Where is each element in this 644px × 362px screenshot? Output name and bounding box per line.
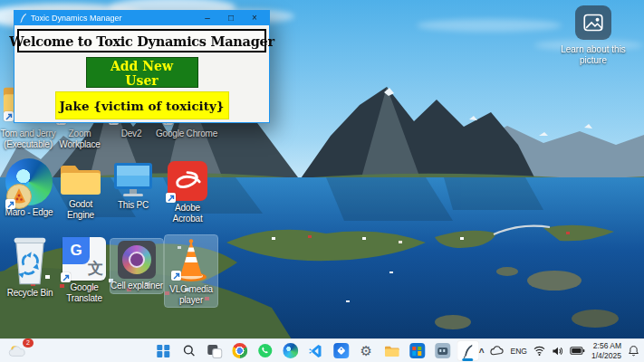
show-hidden-icons-button[interactable]: ^	[479, 348, 485, 357]
wifi-icon[interactable]	[533, 346, 545, 356]
whatsapp-icon	[257, 343, 273, 358]
onedrive-cloud-icon[interactable]	[490, 346, 504, 356]
clock[interactable]: 2:56 AM 1/4/2025	[591, 341, 621, 360]
tray-time: 2:56 AM	[591, 341, 621, 351]
whatsapp-button[interactable]	[254, 340, 276, 361]
edge-button[interactable]	[279, 340, 302, 361]
shortcut-arrow-icon	[61, 272, 71, 282]
maximize-icon[interactable]: □	[221, 11, 241, 25]
widgets-badge: 2	[23, 338, 34, 348]
desktop-item-godot-engine[interactable]: Godot Engine	[54, 161, 107, 220]
window-body: Welcome to Toxic Dynamics Manager Add Ne…	[14, 25, 269, 122]
icon-label-line2: (Executable)	[4, 139, 53, 149]
desktop-item-vlc-media-player[interactable]: VLC media player	[165, 235, 217, 307]
spotlight-learn-about-picture[interactable]: Learn about this picture	[558, 5, 629, 66]
tag-app-icon	[333, 343, 349, 358]
desktop-item-recycle-bin[interactable]: Recycle Bin	[2, 233, 58, 299]
chrome-button[interactable]	[228, 340, 251, 361]
desktop-item-google-translate[interactable]: G 文 Google Translate	[53, 237, 116, 303]
monitor-icon	[111, 160, 155, 198]
icon-label-line2: Workplace	[59, 139, 100, 149]
welcome-heading: Welcome to Toxic Dynamics Manager	[17, 29, 266, 52]
minimize-icon[interactable]: –	[197, 11, 217, 25]
edge-icon	[283, 343, 298, 358]
file-explorer-button[interactable]	[380, 340, 403, 361]
close-icon[interactable]: ×	[245, 11, 264, 25]
spotlight-label-line2: picture	[580, 55, 607, 65]
settings-button[interactable]: ⚙	[355, 340, 378, 361]
task-view-icon	[207, 345, 221, 357]
cell-explainer-icon	[118, 241, 156, 279]
toxic-dynamics-manager-window: Toxic Dynamics Manager – □ × Welcome to …	[14, 10, 270, 123]
taskbar: 2	[0, 338, 644, 362]
desktop-item-google-chrome[interactable]: Google Chrome	[156, 127, 217, 139]
settings-gear-icon: ⚙	[360, 344, 372, 357]
desktop-item-this-pc[interactable]: This PC	[107, 160, 159, 211]
picture-icon	[575, 5, 611, 40]
feather-icon	[19, 13, 27, 24]
battery-icon[interactable]	[570, 346, 585, 356]
window-titlebar[interactable]: Toxic Dynamics Manager – □ ×	[14, 11, 269, 25]
shortcut-arrow-icon	[166, 193, 176, 203]
spotlight-label: Learn about this	[561, 44, 626, 54]
volume-icon[interactable]	[552, 346, 563, 357]
task-view-button[interactable]	[203, 340, 226, 361]
microsoft-grid-icon	[409, 343, 425, 358]
robot-app-icon	[435, 343, 450, 358]
tray-date: 1/4/2025	[591, 351, 621, 361]
window-title: Toxic Dynamics Manager	[31, 14, 194, 23]
language-indicator[interactable]: ENG	[510, 347, 526, 356]
robot-app-button[interactable]	[431, 340, 454, 361]
desktop-item-maro-edge[interactable]: Maro - Edge	[1, 158, 57, 218]
start-icon	[157, 345, 169, 357]
user-list-entry[interactable]: Jake {victim of toxicity}	[55, 91, 229, 119]
vscode-icon	[308, 344, 322, 358]
vscode-button[interactable]	[304, 340, 327, 361]
icon-label: Zoom	[69, 129, 91, 138]
folder-icon	[59, 161, 102, 197]
desktop-item-tom-and-jerry[interactable]: Tom and Jerry (Executable)	[0, 127, 56, 149]
python-app-button[interactable]	[457, 340, 479, 361]
microsoft-app-button[interactable]	[406, 340, 428, 361]
widgets-button[interactable]: 2	[7, 341, 31, 360]
icon-label: Tom and Jerry	[1, 129, 56, 138]
desktop-item-cell-explainer[interactable]: Cell explainer	[111, 239, 163, 293]
desktop-item-adobe-acrobat[interactable]: Adobe Acrobat	[159, 161, 216, 224]
icon-label-line2: player	[179, 295, 203, 305]
search-icon	[182, 344, 196, 357]
start-button[interactable]	[152, 340, 175, 361]
chrome-icon	[232, 343, 247, 358]
shortcut-arrow-icon	[4, 111, 14, 121]
search-button[interactable]	[178, 340, 200, 361]
add-new-user-button[interactable]: Add New User	[86, 57, 198, 88]
shortcut-arrow-icon	[5, 199, 15, 209]
recycle-bin-icon	[10, 233, 50, 286]
icon-label: VLC media	[169, 284, 213, 294]
desktop-item-zoom-workplace[interactable]: Zoom Workplace	[53, 127, 107, 149]
tag-app-button[interactable]	[330, 340, 352, 361]
python-feather-icon	[462, 344, 474, 358]
shortcut-arrow-icon	[171, 271, 181, 281]
file-explorer-icon	[384, 345, 399, 357]
desktop-item-dev2[interactable]: Dev2	[105, 127, 158, 139]
notification-bell-icon[interactable]	[628, 345, 639, 357]
